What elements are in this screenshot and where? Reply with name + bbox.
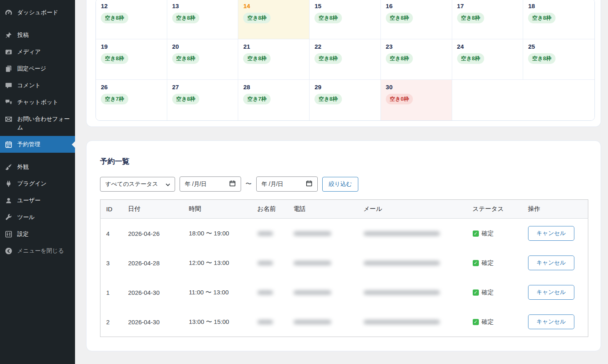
booking-status: ✓確定 [467,278,522,307]
day-number: 22 [314,43,376,50]
sidebar-item-label: ユーザー [17,196,41,205]
status-badge: ✓確定 [473,318,517,326]
sidebar-item-collapse-menu[interactable]: メニューを閉じる [0,242,75,259]
status-filter-value: すべてのステータス [105,181,158,188]
calendar-day-30[interactable]: 30空き0枠 [381,80,452,120]
availability-badge: 空き8枠 [386,53,413,64]
contact-form-icon [5,115,13,123]
sidebar-item-pushpin[interactable]: 投稿 [0,27,75,43]
status-filter-select[interactable]: すべてのステータス [100,177,175,192]
booking-row: 22026-04-3013:00 〜 15:00✓確定キャンセル [100,307,588,337]
status-badge: ✓確定 [473,289,517,296]
sidebar-item-label: 外観 [17,163,29,171]
booking-date: 2026-04-26 [123,219,183,249]
booking-action: キャンセル [522,307,588,337]
filter-button[interactable]: 絞り込む [322,177,359,192]
calendar-day-23[interactable]: 23空き8枠 [381,39,452,80]
sidebar-item-comment[interactable]: コメント [0,77,75,94]
booking-name [252,307,288,337]
calendar-day-24[interactable]: 24空き8枠 [452,39,524,80]
calendar-day-12[interactable]: 12空き8枠 [96,0,167,39]
date-from-input[interactable]: 年 /月/日 [180,176,241,192]
cancel-button[interactable]: キャンセル [528,255,575,270]
sidebar-item-users[interactable]: ユーザー [0,192,75,209]
sidebar-item-contact-form[interactable]: お問い合わせフォーム [0,111,75,136]
cancel-button[interactable]: キャンセル [528,314,575,329]
booking-time: 18:00 〜 19:00 [183,219,252,249]
sidebar-item-chatbot[interactable]: チャットボット [0,94,75,111]
booking-time: 12:00 〜 13:00 [183,248,252,278]
status-label: 確定 [482,259,494,267]
calendar-day-20[interactable]: 20空き8枠 [167,39,239,80]
day-number: 24 [457,43,518,50]
calendar-day-15[interactable]: 15空き8枠 [310,0,381,39]
calendar-day-21[interactable]: 21空き8枠 [238,39,310,80]
calendar-empty-cell [452,80,594,120]
day-number: 18 [528,2,590,9]
redacted-phone [294,261,331,265]
availability-badge: 空き8枠 [172,53,200,64]
booking-action: キャンセル [522,219,588,249]
filter-bar: すべてのステータス 年 /月/日 〜 年 /月/日 [100,176,588,192]
date-to-input[interactable]: 年 /月/日 [256,176,318,192]
tools-icon [5,213,13,222]
booking-phone [288,248,358,278]
calendar-day-13[interactable]: 13空き8枠 [167,0,239,39]
booking-calendar-icon [5,140,13,149]
sidebar-item-label: 設定 [17,230,29,238]
availability-badge: 空き8枠 [314,53,342,64]
booking-phone [288,278,358,307]
booking-id: 4 [100,219,123,249]
calendar-day-22[interactable]: 22空き8枠 [310,39,381,80]
booking-name [252,248,288,278]
sidebar-item-label: プラグイン [17,179,47,188]
sidebar-item-tools[interactable]: ツール [0,209,75,226]
sidebar-item-settings[interactable]: 設定 [0,226,75,242]
column-header: 電話 [288,200,358,219]
redacted-email [364,320,440,324]
booking-date: 2026-04-28 [123,248,183,278]
sidebar-item-plugin[interactable]: プラグイン [0,175,75,192]
calendar-day-27[interactable]: 27空き8枠 [167,80,239,120]
check-icon: ✓ [473,319,479,325]
booking-action: キャンセル [522,248,588,278]
booking-status: ✓確定 [467,307,522,337]
redacted-name [257,290,273,295]
content-area: 12空き8枠13空き8枠14空き8枠15空き8枠16空き8枠17空き8枠18空き… [75,0,608,364]
cancel-button[interactable]: キャンセル [528,285,575,300]
redacted-email [364,231,440,236]
sidebar-item-booking-calendar[interactable]: 予約管理 [0,136,75,153]
calendar-picker-icon [306,180,312,188]
sidebar-item-dashboard[interactable]: ダッシュボード [0,4,75,21]
calendar-day-14[interactable]: 14空き8枠 [238,0,310,39]
calendar-day-29[interactable]: 29空き8枠 [310,80,381,120]
calendar-day-19[interactable]: 19空き8枠 [96,39,167,80]
users-icon [5,197,13,205]
status-badge: ✓確定 [473,259,517,267]
dashboard-icon [5,9,13,17]
sidebar-item-pages[interactable]: 固定ページ [0,60,75,77]
cancel-button[interactable]: キャンセル [528,226,575,241]
sidebar-item-label: お問い合わせフォーム [17,115,71,132]
calendar-day-16[interactable]: 16空き8枠 [381,0,452,39]
comment-icon [5,81,13,90]
calendar-picker-icon [229,180,236,188]
availability-badge: 空き7枠 [101,94,128,104]
redacted-name [257,261,273,265]
day-number: 17 [457,2,518,9]
calendar-day-17[interactable]: 17空き8枠 [452,0,524,39]
sidebar-item-media[interactable]: メディア [0,43,75,60]
calendar-day-25[interactable]: 25空き8枠 [523,39,594,80]
calendar-day-18[interactable]: 18空き8枠 [523,0,594,39]
day-number: 27 [172,84,233,90]
availability-badge: 空き8枠 [528,13,556,23]
bookings-table: ID日付時間お名前電話メールステータス操作 42026-04-2618:00 〜… [100,199,588,337]
appearance-icon [5,163,13,171]
calendar-day-28[interactable]: 28空き7枠 [238,80,310,120]
calendar-day-26[interactable]: 26空き7枠 [96,80,167,120]
column-header: 時間 [183,200,252,219]
availability-calendar-card: 12空き8枠13空き8枠14空き8枠15空き8枠16空き8枠17空き8枠18空き… [86,0,601,127]
booking-action: キャンセル [522,278,588,307]
booking-status: ✓確定 [467,219,522,249]
sidebar-item-appearance[interactable]: 外観 [0,158,75,175]
